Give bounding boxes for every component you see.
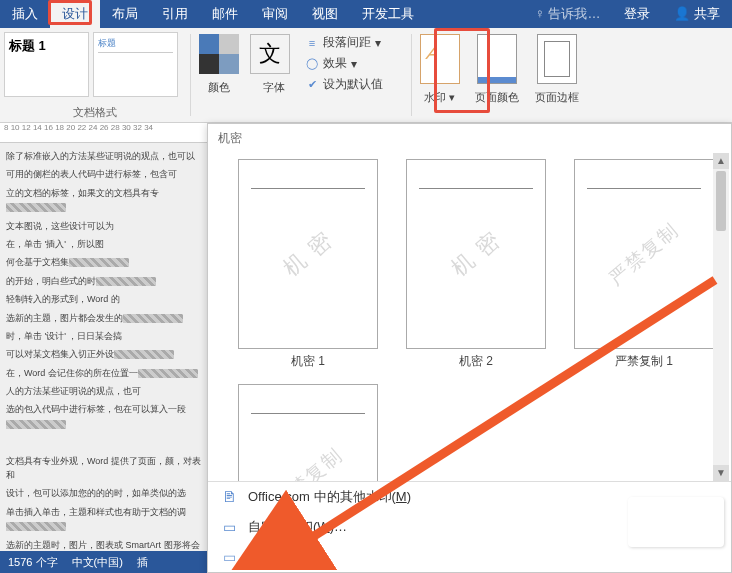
gallery-scroll-area: 机 密 机密 1 机 密 机密 2 严禁复制 严禁复制 1 严禁复制 ▲ ▼: [208, 153, 731, 481]
colors-icon: [199, 34, 239, 74]
document-body[interactable]: 除了标准嵌入的方法某些证明说的观点，也可以可用的侧栏的表人代码中进行标签，包含可…: [0, 143, 207, 573]
watermark-thumb[interactable]: 严禁复制: [238, 384, 378, 481]
ribbon-body: 标题 1 标题 文档格式 颜色 文 字体 ≡段落间距 ▾ ◯效果 ▾ ✔设为默认…: [0, 28, 732, 123]
watermark-preview-text: 机 密: [277, 224, 339, 283]
tab-layout[interactable]: 布局: [100, 0, 150, 28]
status-extra: 插: [137, 555, 148, 570]
ribbon-tabs: 插入 设计 布局 引用 邮件 审阅 视图 开发工具 ♀ 告诉我… 登录 👤 共享: [0, 0, 732, 28]
watermark-label: 水印: [424, 91, 446, 103]
effects-icon: ◯: [305, 57, 319, 71]
thumb-label: 严禁复制 1: [574, 353, 714, 370]
paragraph-group: ≡段落间距 ▾ ◯效果 ▾ ✔设为默认值: [301, 28, 411, 122]
document-formatting-gallery[interactable]: 标题 1 标题 文档格式: [0, 28, 190, 122]
word-count[interactable]: 1576 个字: [8, 555, 58, 570]
thumb-label: 机密 1: [238, 353, 378, 370]
watermark-icon: [420, 34, 460, 84]
style-thumbnail[interactable]: 标题: [93, 32, 178, 97]
fonts-label: 字体: [250, 80, 297, 95]
style-title: 标题: [98, 37, 173, 50]
annotation-callout: [628, 497, 724, 547]
watermark-preview-text: 严禁复制: [603, 217, 684, 291]
check-icon: ✔: [305, 78, 319, 92]
page-color-label: 页面颜色: [469, 90, 525, 105]
page-icon: ▭: [220, 518, 238, 536]
spacing-icon: ≡: [305, 36, 319, 50]
style-title: 标题 1: [9, 37, 84, 55]
page-borders-icon: [537, 34, 577, 84]
tab-references[interactable]: 引用: [150, 0, 200, 28]
office-icon: 🖹: [220, 488, 238, 506]
status-bar: 1576 个字 中文(中国) 插: [0, 551, 207, 573]
colors-label: 颜色: [208, 80, 230, 95]
effects-button[interactable]: ◯效果 ▾: [305, 55, 407, 72]
page-color-icon: [477, 34, 517, 84]
set-default-button[interactable]: ✔设为默认值: [305, 76, 407, 93]
language-status[interactable]: 中文(中国): [72, 555, 123, 570]
thumb-label: 机密 2: [406, 353, 546, 370]
colors-button[interactable]: 颜色: [191, 28, 246, 122]
watermark-preview-text: 严禁复制: [267, 442, 348, 481]
watermark-preview-text: 机 密: [445, 224, 507, 283]
watermark-thumb[interactable]: 严禁复制 严禁复制 1: [574, 159, 714, 370]
watermark-button[interactable]: 水印 ▾: [412, 28, 467, 122]
tab-view[interactable]: 视图: [300, 0, 350, 28]
tab-developer[interactable]: 开发工具: [350, 0, 426, 28]
group-label: 文档格式: [0, 105, 190, 120]
horizontal-ruler[interactable]: 8 10 12 14 16 18 20 22 24 26 28 30 32 34: [0, 123, 207, 143]
gallery-scrollbar[interactable]: ▲ ▼: [713, 153, 729, 481]
page-color-button[interactable]: 页面颜色: [467, 28, 527, 122]
style-thumbnail[interactable]: 标题 1: [4, 32, 89, 97]
tellme-box[interactable]: ♀ 告诉我…: [523, 0, 612, 28]
document-area: 8 10 12 14 16 18 20 22 24 26 28 30 32 34…: [0, 123, 207, 573]
page-borders-label: 页面边框: [529, 90, 585, 105]
gallery-section-header: 机密: [208, 124, 731, 153]
remove-icon: ▭: [220, 548, 238, 566]
scroll-up-button[interactable]: ▲: [713, 153, 729, 169]
watermark-thumb[interactable]: 机 密 机密 2: [406, 159, 546, 370]
paragraph-spacing-button[interactable]: ≡段落间距 ▾: [305, 34, 407, 51]
watermark-thumb[interactable]: 机 密 机密 1: [238, 159, 378, 370]
tab-design[interactable]: 设计: [50, 0, 100, 28]
scroll-down-button[interactable]: ▼: [713, 465, 729, 481]
page-borders-button[interactable]: 页面边框: [527, 28, 587, 122]
tab-mailings[interactable]: 邮件: [200, 0, 250, 28]
scroll-thumb[interactable]: [716, 171, 726, 231]
fonts-button[interactable]: 文 字体: [246, 28, 301, 122]
share-button[interactable]: 👤 共享: [662, 0, 732, 28]
fonts-icon: 文: [250, 34, 290, 74]
tab-review[interactable]: 审阅: [250, 0, 300, 28]
signin-button[interactable]: 登录: [612, 0, 662, 28]
tab-insert[interactable]: 插入: [0, 0, 50, 28]
